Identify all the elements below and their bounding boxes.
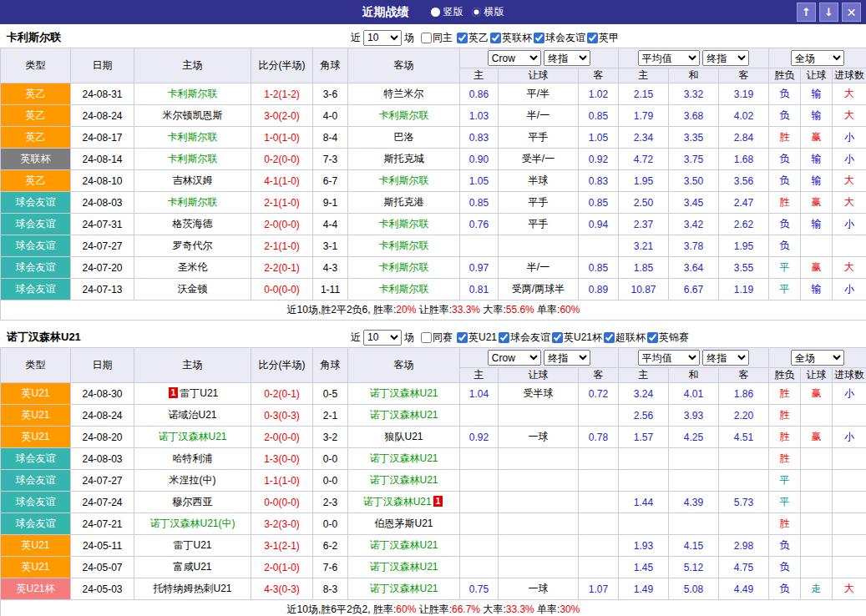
team-name: 诺丁汉森林U21(中) [149,518,235,529]
handicap-result-cell [801,492,833,513]
league-filter[interactable]: 英锦赛 [647,331,689,345]
team-name: 斯托克港 [384,196,424,208]
handicap-result-cell [801,235,833,257]
corner-cell: 2-3 [313,492,348,513]
match-row: 英联杯24-08-14卡利斯尔联0-2(0-0)7-3斯托克城0.90受半/一0… [1,149,866,170]
col-header-odds-away: 客 [579,68,619,83]
same-filter[interactable]: 同赛 [421,331,453,345]
score-cell: 1-0(1-0) [251,127,313,149]
league-filter[interactable]: 英乙 [457,31,489,45]
score-cell: 0-2(0-0) [251,149,313,170]
close-button[interactable]: ✕ [842,3,861,22]
away-team-cell: 伯恩茅斯U21 [348,513,460,535]
odds-final-select[interactable]: 终指 [544,50,590,66]
avg-away-odds-cell [719,513,769,535]
league-filter-checkbox[interactable] [587,33,598,43]
league-filter-checkbox[interactable] [552,332,563,343]
average-final-select[interactable]: 终指 [702,50,749,66]
titlebar: 近期战绩 竖版 横版 ↑ ↓ ✕ [0,0,866,24]
score-cell: 4-3(0-3) [251,578,313,600]
average-odds-controls: 平均值 终指 [619,348,769,368]
league-filter-checkbox[interactable] [534,33,544,43]
same-filter-checkbox[interactable] [421,33,432,43]
league-filter[interactable]: 球会友谊 [499,331,550,345]
league-filter-checkbox[interactable] [604,332,615,343]
league-filter[interactable]: 超联杯 [604,331,646,345]
team-name: 卡利斯尔联 [168,153,218,164]
move-up-button[interactable]: ↑ [797,3,816,22]
odds-source-select[interactable]: Crow [488,350,541,366]
goals-result-cell: 小 [833,149,866,170]
home-team-cell: 卡利斯尔联 [134,192,251,214]
league-filter-label: 球会友谊 [510,331,550,345]
match-row: 球会友谊24-08-03哈特利浦1-3(0-0)0-0诺丁汉森林U21胜 [1,448,866,470]
average-select[interactable]: 平均值 [638,50,700,66]
handicap-home-odds-cell [460,557,499,578]
odds-final-select[interactable]: 终指 [544,350,590,366]
summary-line: 近10场,胜2平2负6, 胜率:20% 让胜率:33.3% 大率:55.6% 单… [1,300,866,321]
league-filter[interactable]: 英甲 [587,31,619,45]
corner-cell: 4-4 [313,214,348,235]
league-type-cell: 英乙 [1,127,71,149]
home-team-cell: 诺丁汉森林U21(中) [134,513,251,535]
league-filter-checkbox[interactable] [647,332,658,343]
handicap-result-cell: 赢 [801,427,833,448]
match-count-select[interactable]: 10 [363,30,402,46]
match-row: 球会友谊24-07-21诺丁汉森林U21(中)3-2(3-0)0-0伯恩茅斯U2… [1,513,866,535]
league-filter-checkbox[interactable] [457,332,468,343]
summary-segment: 60% [396,603,416,615]
league-filter[interactable]: 英U21杯 [552,331,602,345]
league-filter-label: 超联杯 [615,331,646,345]
move-down-button[interactable]: ↓ [819,3,838,22]
avg-away-odds-cell: 2.62 [719,214,769,235]
scope-select[interactable]: 全场 [791,50,844,66]
goals-result-cell [833,470,866,492]
league-filter-checkbox[interactable] [490,33,501,43]
match-row: 英U2124-08-24诺域治U210-3(0-3)2-1诺丁汉森林U212.5… [1,405,866,427]
date-cell: 24-07-31 [71,214,134,235]
handicap-result-cell: 输 [801,170,833,192]
vertical-layout-radio[interactable] [431,8,440,17]
layout-option-horizontal[interactable]: 横版 [472,5,504,19]
league-filter-checkbox[interactable] [457,33,468,43]
col-header-handicap-result: 让球 [801,368,833,383]
avg-away-odds-cell: 3.19 [719,83,769,105]
section-subheader: 诺丁汉森林U21 近 10 场 同赛 英U21球会友谊英U21杯超联杯英锦赛 [0,327,866,347]
layout-option-vertical[interactable]: 竖版 [431,5,463,19]
score-cell: 1-2(1-2) [251,83,313,105]
team-name: 托特纳姆热刺U21 [153,583,231,594]
score-cell: 3-0(2-0) [251,105,313,127]
odds-source-select[interactable]: Crow [488,50,541,66]
summary-row: 近10场,胜2平2负6, 胜率:20% 让胜率:33.3% 大率:55.6% 单… [1,300,866,321]
team-name: 卡利斯尔联 [379,218,429,230]
league-filter[interactable]: 球会友谊 [534,31,585,45]
handicap-result-cell [801,470,833,492]
score-cell: 2-0(0-0) [251,427,313,448]
match-count-select[interactable]: 10 [363,330,402,346]
league-filter[interactable]: 英U21 [457,331,497,345]
avg-home-odds-cell: 3.24 [619,383,669,405]
away-team-cell: 特兰米尔 [348,83,460,105]
date-cell: 24-08-17 [71,127,134,149]
same-filter-checkbox[interactable] [421,332,432,343]
average-select[interactable]: 平均值 [638,350,700,366]
result-cell: 平 [769,492,801,513]
league-filter-checkbox[interactable] [499,332,509,343]
team-name: 巴洛 [394,131,414,143]
avg-home-odds-cell: 1.44 [619,492,669,513]
summary-segment: 33.3% [452,304,480,316]
horizontal-layout-radio[interactable] [472,8,481,17]
avg-away-odds-cell [719,470,769,492]
league-filter-label: 球会友谊 [545,31,585,45]
result-cell: 负 [769,105,801,127]
scope-select[interactable]: 全场 [791,350,844,366]
average-final-select[interactable]: 终指 [702,350,749,366]
same-filter[interactable]: 同主 [421,31,453,45]
league-type-cell: 球会友谊 [1,214,71,235]
handicap-away-odds-cell [579,513,619,535]
handicap-result-cell: 赢 [801,383,833,405]
titlebar-buttons: ↑ ↓ ✕ [797,3,861,22]
avg-away-odds-cell: 4.02 [719,105,769,127]
league-filter[interactable]: 英联杯 [490,31,532,45]
avg-away-odds-cell: 4.49 [719,578,769,600]
